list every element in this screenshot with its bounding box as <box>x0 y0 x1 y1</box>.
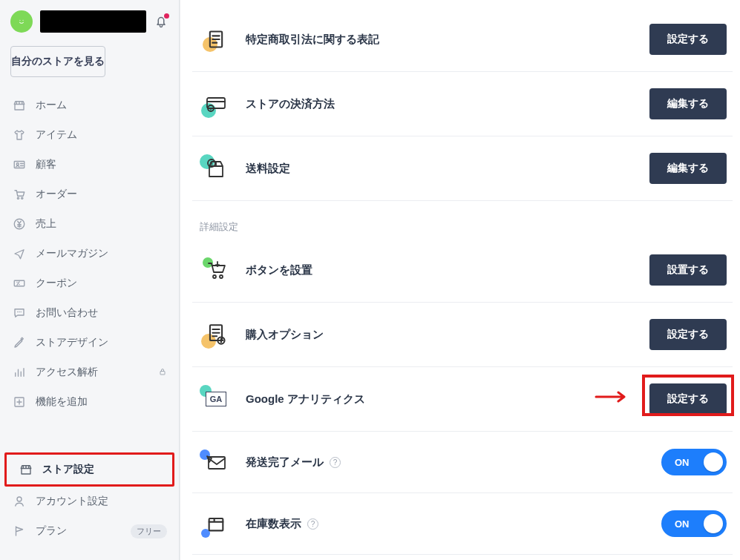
sidebar-item-label: お問い合わせ <box>36 306 167 320</box>
chat-icon <box>12 306 27 320</box>
sidebar-item-label: メールマガジン <box>36 247 167 260</box>
sidebar-item-contact[interactable]: お問い合わせ <box>0 298 179 328</box>
sidebar-item-add-feature[interactable]: 機能を追加 <box>0 387 179 417</box>
help-icon[interactable]: ? <box>330 457 341 468</box>
help-icon[interactable]: ? <box>307 518 318 530</box>
settings-list: 特定商取引法に関する表記 設定する ¥ ストアの決済方法 編集する ¥ 送料設定… <box>192 0 733 560</box>
yen-circle-icon <box>12 217 27 231</box>
settings-row-button[interactable]: 設定する <box>649 383 727 415</box>
sidebar-item-label: ストア設定 <box>42 463 160 476</box>
settings-row-purchase-option: 購入オプション 設定する <box>192 303 733 367</box>
settings-row-button[interactable]: 設定する <box>649 319 727 350</box>
sidebar-item-label: クーポン <box>36 277 167 290</box>
percent-tag-icon <box>12 276 27 291</box>
sidebar-item-label: 顧客 <box>36 158 167 171</box>
sidebar: 自分のストアを見る ホーム アイテム 顧客 オーダー 売上 <box>0 0 180 560</box>
svg-point-10 <box>17 312 19 313</box>
toggle-stock[interactable]: ON <box>661 510 727 537</box>
settings-row-google-analytics: GA Google アナリティクス 設定する <box>192 367 733 432</box>
settings-row-button[interactable]: 設置する <box>649 254 727 286</box>
doc-lines-icon <box>200 25 232 53</box>
sidebar-item-label: プラン <box>36 524 122 538</box>
lock-icon <box>158 367 167 378</box>
sidebar-item-label: アクセス解析 <box>36 366 149 379</box>
toggle-label: ON <box>675 518 690 530</box>
toggle-ship-mail[interactable]: ON <box>661 449 727 475</box>
sidebar-item-label: 売上 <box>36 217 167 231</box>
settings-row-title-text: 発送完了メール <box>246 455 324 470</box>
sidebar-item-mailmag[interactable]: メールマガジン <box>0 239 179 269</box>
sidebar-footer-nav: ストア設定 アカウント設定 プラン フリー <box>0 449 179 549</box>
svg-point-11 <box>19 312 20 313</box>
svg-rect-13 <box>160 371 165 375</box>
send-icon <box>12 246 27 261</box>
avatar[interactable] <box>10 10 33 33</box>
sidebar-item-label: アイテム <box>36 128 167 142</box>
toggle-knob-icon <box>704 514 723 533</box>
settings-row-members: 会員機能 ? ON <box>192 555 733 560</box>
user-name-redacted <box>40 10 146 33</box>
settings-row-tokusho: 特定商取引法に関する表記 設定する <box>192 7 733 72</box>
flag-icon <box>12 524 27 538</box>
sidebar-item-label: オーダー <box>36 188 167 201</box>
sidebar-item-store-settings[interactable]: ストア設定 <box>7 455 172 484</box>
sidebar-item-plan[interactable]: プラン フリー <box>0 516 179 546</box>
settings-row-button[interactable]: 編集する <box>649 88 727 119</box>
settings-row-payment: ¥ ストアの決済方法 編集する <box>192 72 733 136</box>
sidebar-item-analytics[interactable]: アクセス解析 <box>0 358 179 387</box>
sidebar-item-label: ホーム <box>36 99 167 112</box>
svg-point-12 <box>21 312 22 313</box>
settings-row-title: ストアの決済方法 <box>246 97 636 111</box>
settings-row-title: 特定商取引法に関する表記 <box>246 33 636 47</box>
bar-chart-icon <box>12 365 27 380</box>
sidebar-header <box>0 0 179 40</box>
settings-row-button[interactable]: 編集する <box>649 153 727 184</box>
svg-point-1 <box>22 20 23 21</box>
box-yen-icon: ¥ <box>200 154 232 182</box>
sidebar-item-account[interactable]: アカウント設定 <box>0 487 179 516</box>
toggle-knob-icon <box>704 452 723 472</box>
section-heading-advanced: 詳細設定 <box>192 201 733 238</box>
settings-row-title: Google アナリティクス <box>246 392 636 406</box>
svg-point-23 <box>220 275 223 278</box>
svg-point-22 <box>213 275 216 278</box>
card-yen-icon: ¥ <box>200 90 232 118</box>
sidebar-nav: ホーム アイテム 顧客 オーダー 売上 メールマガジン <box>0 88 179 420</box>
notifications-bell-icon[interactable] <box>154 14 168 29</box>
svg-point-5 <box>22 197 23 199</box>
sidebar-item-items[interactable]: アイテム <box>0 120 179 150</box>
shirt-icon <box>12 128 27 142</box>
sidebar-item-home[interactable]: ホーム <box>0 90 179 120</box>
mail-send-icon <box>200 448 232 476</box>
sidebar-highlight-border: ストア設定 <box>4 452 174 487</box>
sidebar-item-coupons[interactable]: クーポン <box>0 269 179 298</box>
svg-point-0 <box>19 20 20 21</box>
storefront-icon <box>12 98 27 113</box>
sidebar-item-design[interactable]: ストアデザイン <box>0 328 179 358</box>
plus-box-icon <box>12 395 27 409</box>
settings-row-stock: 在庫数表示 ? ON <box>192 493 733 555</box>
notification-dot-icon <box>164 13 169 19</box>
main-content: 特定商取引法に関する表記 設定する ¥ ストアの決済方法 編集する ¥ 送料設定… <box>180 0 740 560</box>
svg-point-15 <box>17 497 22 501</box>
plan-badge: フリー <box>131 524 167 538</box>
doc-plus-icon <box>200 320 232 349</box>
box-dot-icon <box>200 510 232 538</box>
settings-row-shipping: ¥ 送料設定 編集する <box>192 136 733 201</box>
sidebar-item-sales[interactable]: 売上 <box>0 209 179 239</box>
settings-row-title: 送料設定 <box>246 162 636 176</box>
svg-point-4 <box>17 197 19 199</box>
ga-badge-icon: GA <box>200 385 232 413</box>
toggle-label: ON <box>675 457 690 468</box>
settings-row-title: 購入オプション <box>246 328 636 342</box>
view-my-store-button[interactable]: 自分のストアを見る <box>10 46 105 77</box>
svg-point-8 <box>16 282 18 283</box>
sidebar-item-orders[interactable]: オーダー <box>0 179 179 209</box>
person-icon <box>12 494 27 509</box>
settings-row-button[interactable]: 設定する <box>649 24 727 55</box>
sidebar-item-label: ストアデザイン <box>36 336 167 349</box>
settings-row-title: 在庫数表示 ? <box>246 517 648 531</box>
settings-row-title: ボタンを設置 <box>246 263 636 277</box>
settings-row-title-text: 在庫数表示 <box>246 517 301 531</box>
sidebar-item-customers[interactable]: 顧客 <box>0 150 179 179</box>
